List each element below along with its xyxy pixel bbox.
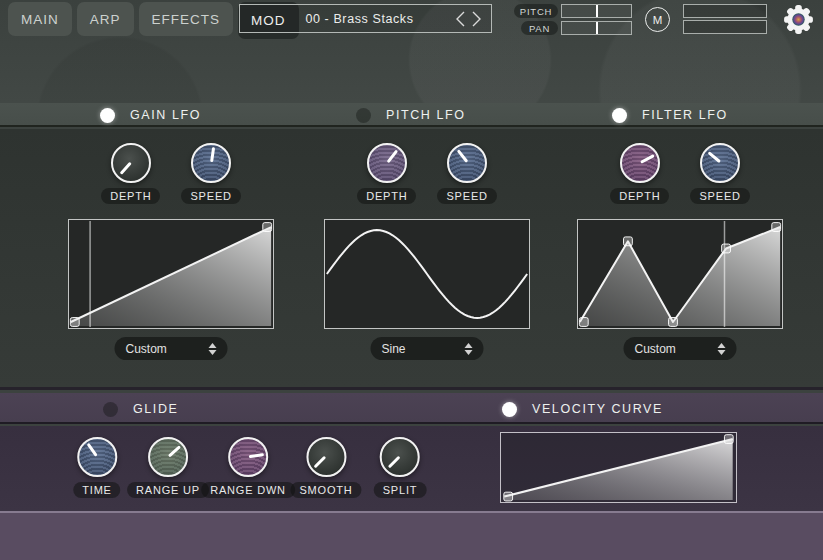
filter-speed-knob[interactable] [700,143,740,183]
filter-lfo-wave-value: Custom [635,342,676,356]
glide-split-label: SPLIT [374,482,427,498]
preset-name: 00 - Brass Stacks [240,12,453,26]
pan-slider-handle[interactable] [596,22,598,34]
filter-lfo-wave-select[interactable]: Custom [624,337,737,360]
velocity-curve-display[interactable] [500,432,737,503]
tab-main[interactable]: MAIN [8,2,72,36]
level-meters [683,4,767,34]
glide-range-up-knob-group: RANGE UP [127,437,209,498]
knob-pointer [388,456,400,468]
pitch-slider[interactable] [561,4,632,18]
pitch-speed-knob[interactable] [447,143,487,183]
tab-arp[interactable]: ARP [77,2,134,36]
glide-time-knob-group: TIME [73,437,120,498]
velocity-curve-header: VELOCITY CURVE [502,397,663,421]
glide-smooth-knob-group: SMOOTH [290,437,361,498]
dropdown-arrows-icon [718,343,726,355]
knob-pointer [248,453,263,458]
chevron-right-icon [471,10,482,28]
pan-label: PAN [521,21,558,35]
midi-mode-button[interactable]: M [645,7,670,32]
pitch-lfo-wave-select[interactable]: Sine [371,337,484,360]
settings-button[interactable] [783,4,814,35]
glide-range-down-knob[interactable] [228,437,268,477]
filter-lfo-enable-toggle[interactable] [612,108,627,123]
filter-lfo-waveform-display[interactable] [577,219,783,329]
filter-lfo-header: FILTER LFO [612,103,728,127]
filter-depth-label: DEPTH [610,188,669,204]
glide-time-knob[interactable] [77,437,117,477]
glide-range-down-knob-group: RANGE DWN [201,437,295,498]
knob-pointer [457,150,468,163]
glide-smooth-knob[interactable] [306,437,346,477]
pitch-lfo-header: PITCH LFO [356,103,466,127]
knob-pointer [120,162,132,175]
preset-selector[interactable]: 00 - Brass Stacks [239,4,492,33]
glide-title: GLIDE [133,402,179,416]
gain-speed-knob-group: SPEED [181,143,240,204]
pitch-lfo-column: DEPTH SPEED Sine [324,129,530,390]
glide-smooth-label: SMOOTH [290,482,361,498]
footer-strip [0,511,823,560]
knob-pointer [314,456,326,468]
pitch-speed-label: SPEED [437,188,496,204]
knob-pointer [707,152,720,164]
velocity-curve-title: VELOCITY CURVE [532,402,663,416]
knob-pointer [87,443,98,457]
dropdown-arrows-icon [465,343,473,355]
knob-pointer [168,445,181,457]
knob-pointer [640,154,654,163]
glide-header: GLIDE [103,397,179,421]
glide-section: TIME RANGE UP RANGE DWN SMOOTH SPLIT [0,426,823,511]
next-preset-button[interactable] [469,8,483,30]
pitch-label: PITCH [514,4,558,18]
gain-lfo-header: GAIN LFO [100,103,201,127]
pitch-lfo-enable-toggle[interactable] [356,108,371,123]
filter-depth-knob-group: DEPTH [610,143,669,204]
gain-lfo-wave-select[interactable]: Custom [115,337,228,360]
glide-range-up-label: RANGE UP [127,482,209,498]
gear-icon [783,4,814,35]
dropdown-arrows-icon [209,343,217,355]
pitch-slider-handle[interactable] [596,5,598,17]
filter-lfo-column: DEPTH SPEED Custom [577,129,783,390]
velocity-curve-enable-toggle[interactable] [502,402,517,417]
gain-lfo-waveform-display[interactable] [68,219,274,329]
pitch-speed-knob-group: SPEED [437,143,496,204]
glide-range-down-label: RANGE DWN [201,482,295,498]
knob-pointer [210,147,215,162]
pitch-lfo-wave-value: Sine [382,342,406,356]
pitch-depth-knob-group: DEPTH [357,143,416,204]
glide-split-knob[interactable] [380,437,420,477]
gain-lfo-title: GAIN LFO [130,108,201,122]
lfo-section: DEPTH SPEED Custom DEPTH [0,129,823,390]
gain-speed-label: SPEED [181,188,240,204]
pitch-lfo-title: PITCH LFO [386,108,466,122]
pan-slider[interactable] [561,21,632,35]
pitch-lfo-waveform-display[interactable] [324,219,530,329]
filter-depth-knob[interactable] [620,143,660,183]
gain-speed-knob[interactable] [191,143,231,183]
glide-split-knob-group: SPLIT [374,437,427,498]
filter-lfo-title: FILTER LFO [642,108,728,122]
preset-arrows [453,8,491,30]
meter-bottom [683,20,767,34]
gain-lfo-wave-value: Custom [126,342,167,356]
gain-depth-knob[interactable] [111,143,151,183]
glide-enable-toggle[interactable] [103,402,118,417]
glide-time-label: TIME [73,482,120,498]
meter-top [683,4,767,18]
gain-depth-knob-group: DEPTH [101,143,160,204]
knob-pointer [386,150,397,163]
gain-depth-label: DEPTH [101,188,160,204]
pitch-depth-label: DEPTH [357,188,416,204]
tab-effects[interactable]: EFFECTS [139,2,234,36]
gain-lfo-column: DEPTH SPEED Custom [68,129,274,390]
gain-lfo-enable-toggle[interactable] [100,108,115,123]
filter-speed-label: SPEED [690,188,749,204]
chevron-left-icon [455,10,466,28]
filter-speed-knob-group: SPEED [690,143,749,204]
previous-preset-button[interactable] [453,8,467,30]
pitch-depth-knob[interactable] [367,143,407,183]
glide-range-up-knob[interactable] [148,437,188,477]
